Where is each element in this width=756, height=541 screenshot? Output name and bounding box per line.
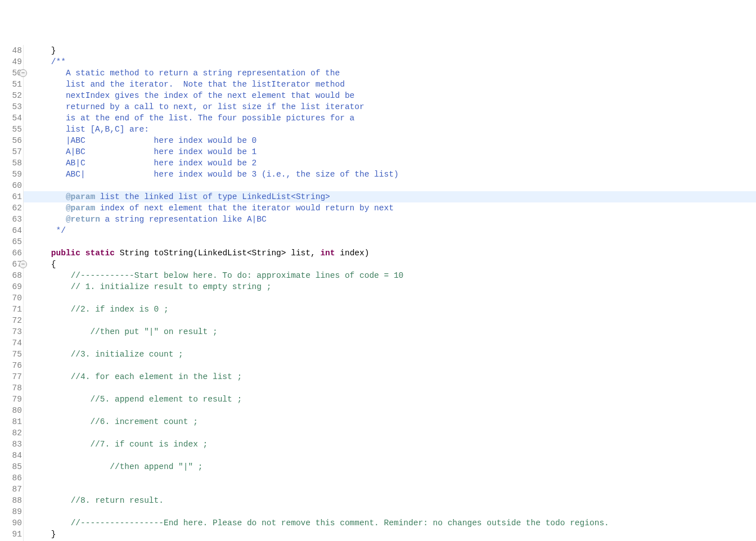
code-content[interactable]: [24, 236, 756, 247]
code-line[interactable]: 71 //2. if index is 0 ;: [0, 304, 756, 315]
line-number: 67−: [0, 259, 24, 270]
code-line[interactable]: 70: [0, 292, 756, 304]
code-line[interactable]: 65: [0, 236, 756, 247]
code-content[interactable]: }: [24, 529, 756, 540]
token: /**: [51, 57, 66, 66]
fold-toggle-icon[interactable]: −: [19, 69, 27, 77]
code-content[interactable]: [24, 405, 756, 416]
token: //3. initialize count ;: [71, 350, 183, 359]
code-line[interactable]: 84: [0, 450, 756, 461]
code-line[interactable]: 74: [0, 337, 756, 349]
code-line[interactable]: 81 //6. increment count ;: [0, 416, 756, 427]
code-content[interactable]: // 1. initialize result to empty string …: [24, 281, 756, 292]
code-content[interactable]: //4. for each element in the list ;: [24, 371, 756, 382]
code-line[interactable]: 48 }: [0, 45, 756, 56]
code-content[interactable]: [24, 315, 756, 326]
fold-toggle-icon[interactable]: −: [19, 260, 27, 268]
code-line[interactable]: 86: [0, 472, 756, 484]
code-content[interactable]: [24, 484, 756, 495]
code-content[interactable]: @param list the linked list of type Link…: [24, 191, 756, 202]
code-content[interactable]: //-----------------End here. Please do n…: [24, 517, 756, 529]
code-line[interactable]: 72: [0, 315, 756, 326]
code-line[interactable]: 64 */: [0, 225, 756, 236]
token: [32, 327, 90, 336]
code-line[interactable]: 76: [0, 360, 756, 371]
code-line[interactable]: 57 A|BC here index would be 1: [0, 146, 756, 157]
code-content[interactable]: list [A,B,C] are:: [24, 124, 756, 135]
code-content[interactable]: [24, 360, 756, 371]
code-line[interactable]: 91 }: [0, 529, 756, 540]
code-line[interactable]: 58 AB|C here index would be 2: [0, 157, 756, 169]
code-line[interactable]: 52 nextIndex gives the index of the next…: [0, 90, 756, 101]
code-content[interactable]: /**: [24, 56, 756, 67]
code-content[interactable]: is at the end of the list. The four poss…: [24, 112, 756, 124]
code-line[interactable]: 73 //then put "|" on result ;: [0, 326, 756, 337]
code-line[interactable]: 62 @param index of next element that the…: [0, 202, 756, 214]
token: */: [56, 226, 66, 235]
code-editor[interactable]: 48 }49 /**50− A static method to return …: [0, 45, 756, 541]
code-line[interactable]: 55 list [A,B,C] are:: [0, 124, 756, 135]
code-line[interactable]: 89: [0, 506, 756, 517]
code-content[interactable]: //then put "|" on result ;: [24, 326, 756, 337]
code-line[interactable]: 77 //4. for each element in the list ;: [0, 371, 756, 382]
code-line[interactable]: 78: [0, 382, 756, 394]
code-content[interactable]: [24, 427, 756, 439]
code-line[interactable]: 56 |ABC here index would be 0: [0, 135, 756, 146]
code-content[interactable]: A|BC here index would be 1: [24, 146, 756, 157]
code-line[interactable]: 87: [0, 484, 756, 495]
code-line[interactable]: 79 //5. append element to result ;: [0, 394, 756, 405]
code-content[interactable]: [24, 180, 756, 191]
code-content[interactable]: //6. increment count ;: [24, 416, 756, 427]
code-content[interactable]: [24, 337, 756, 349]
code-content[interactable]: //5. append element to result ;: [24, 394, 756, 405]
code-content[interactable]: //-----------Start below here. To do: ap…: [24, 270, 756, 281]
code-content[interactable]: {: [24, 259, 756, 270]
code-content[interactable]: //7. if count is index ;: [24, 439, 756, 450]
code-line[interactable]: 59 ABC| here index would be 3 (i.e., the…: [0, 169, 756, 180]
code-content[interactable]: ABC| here index would be 3 (i.e., the si…: [24, 169, 756, 180]
code-line[interactable]: 83 //7. if count is index ;: [0, 439, 756, 450]
code-line[interactable]: 80: [0, 405, 756, 416]
code-line[interactable]: 60: [0, 180, 756, 191]
code-line[interactable]: 63 @return a string representation like …: [0, 214, 756, 225]
code-content[interactable]: returned by a call to next, or list size…: [24, 101, 756, 112]
code-line[interactable]: 82: [0, 427, 756, 439]
code-line[interactable]: 69 // 1. initialize result to empty stri…: [0, 281, 756, 292]
code-line[interactable]: 53 returned by a call to next, or list s…: [0, 101, 756, 112]
code-line[interactable]: 67− {: [0, 259, 756, 270]
code-content[interactable]: //2. if index is 0 ;: [24, 304, 756, 315]
code-content[interactable]: //then append "|" ;: [24, 461, 756, 472]
code-line[interactable]: 66 public static String toString(LinkedL…: [0, 247, 756, 259]
code-content[interactable]: public static String toString(LinkedList…: [24, 247, 756, 259]
code-content[interactable]: }: [24, 45, 756, 56]
line-number: 91: [0, 529, 24, 540]
code-content[interactable]: [24, 450, 756, 461]
token: [32, 519, 71, 528]
code-content[interactable]: [24, 292, 756, 304]
code-content[interactable]: list and the iterator. Note that the lis…: [24, 79, 756, 90]
line-number: 65: [0, 236, 24, 247]
code-content[interactable]: [24, 382, 756, 394]
code-line[interactable]: 75 //3. initialize count ;: [0, 349, 756, 360]
code-content[interactable]: */: [24, 225, 756, 236]
code-line[interactable]: 90 //-----------------End here. Please d…: [0, 517, 756, 529]
code-line[interactable]: 61 @param list the linked list of type L…: [0, 191, 756, 202]
code-content[interactable]: A static method to return a string repre…: [24, 67, 756, 79]
code-line[interactable]: 51 list and the iterator. Note that the …: [0, 79, 756, 90]
code-line[interactable]: 50− A static method to return a string r…: [0, 67, 756, 79]
code-line[interactable]: 54 is at the end of the list. The four p…: [0, 112, 756, 124]
code-content[interactable]: |ABC here index would be 0: [24, 135, 756, 146]
token: [32, 305, 71, 314]
code-line[interactable]: 49 /**: [0, 56, 756, 67]
code-content[interactable]: [24, 472, 756, 484]
code-content[interactable]: nextIndex gives the index of the next el…: [24, 90, 756, 101]
code-content[interactable]: AB|C here index would be 2: [24, 157, 756, 169]
code-content[interactable]: //3. initialize count ;: [24, 349, 756, 360]
code-line[interactable]: 68 //-----------Start below here. To do:…: [0, 270, 756, 281]
code-content[interactable]: @param index of next element that the it…: [24, 202, 756, 214]
code-line[interactable]: 85 //then append "|" ;: [0, 461, 756, 472]
code-content[interactable]: @return a string representation like A|B…: [24, 214, 756, 225]
code-content[interactable]: [24, 506, 756, 517]
code-content[interactable]: //8. return result.: [24, 495, 756, 506]
code-line[interactable]: 88 //8. return result.: [0, 495, 756, 506]
